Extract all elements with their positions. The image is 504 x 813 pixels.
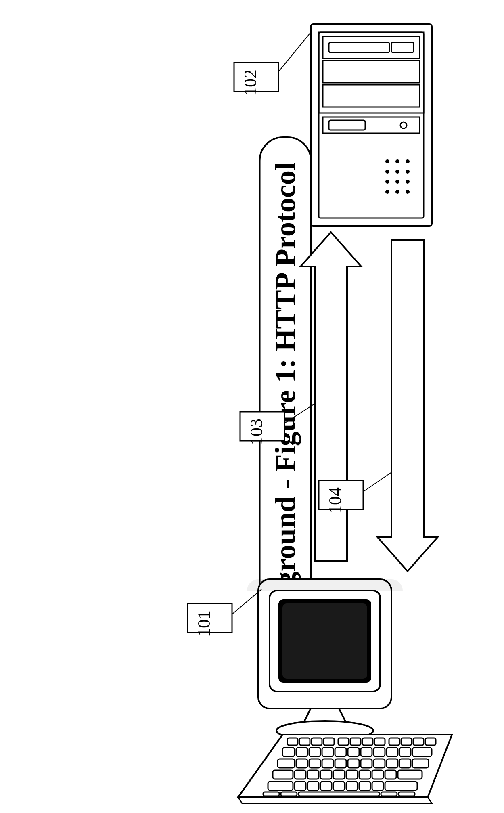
svg-line-25 — [280, 404, 315, 426]
server-tower — [311, 24, 432, 226]
svg-rect-32 — [282, 603, 367, 679]
svg-point-18 — [395, 180, 399, 184]
ref-102: 102 — [234, 32, 311, 96]
keyboard-icon — [238, 735, 452, 803]
svg-line-92 — [228, 589, 261, 618]
svg-point-20 — [385, 190, 389, 194]
ref-102-label: 102 — [240, 69, 260, 96]
svg-point-11 — [385, 159, 389, 163]
svg-point-21 — [395, 190, 399, 194]
client-computer — [238, 579, 452, 803]
ref-101: 101 — [188, 589, 261, 637]
ref-103-label: 103 — [247, 419, 266, 445]
svg-point-14 — [385, 170, 389, 174]
svg-point-12 — [395, 159, 399, 163]
svg-point-15 — [395, 170, 399, 174]
svg-point-22 — [406, 190, 410, 194]
svg-line-23 — [274, 32, 311, 77]
page: Background - Figure 1: HTTP Protocol — [0, 0, 504, 813]
svg-point-17 — [385, 180, 389, 184]
ref-104-label: 104 — [325, 487, 345, 514]
diagram-canvas: 102 103 104 — [0, 0, 504, 813]
ref-101-label: 101 — [194, 610, 214, 637]
monitor-icon — [247, 579, 403, 740]
svg-point-16 — [406, 170, 410, 174]
svg-line-27 — [359, 472, 391, 495]
http-response-arrow — [377, 240, 438, 571]
ref-103: 103 — [240, 404, 315, 445]
svg-point-19 — [406, 180, 410, 184]
svg-point-13 — [406, 159, 410, 163]
